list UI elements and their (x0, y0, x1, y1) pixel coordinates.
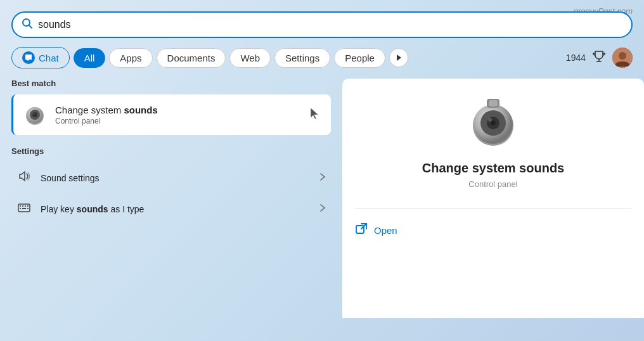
tab-web-label: Web (240, 53, 260, 63)
detail-icon (468, 98, 518, 151)
open-button[interactable]: Open (355, 215, 631, 246)
settings-section: Settings Sound settings (11, 146, 331, 224)
keyboard-icon (16, 201, 32, 217)
settings-section-title: Settings (11, 146, 331, 156)
tab-all[interactable]: All (74, 48, 106, 68)
sound-icon (16, 170, 32, 186)
sound-settings-item[interactable]: Sound settings (11, 162, 331, 193)
detail-divider (355, 208, 631, 209)
svg-point-24 (491, 120, 496, 125)
notification-count: 1944 (566, 53, 586, 63)
detail-subtitle: Control panel (468, 179, 517, 189)
speaker-icon (23, 103, 46, 126)
svg-rect-16 (27, 205, 29, 207)
best-match-title: Change system sounds (55, 105, 300, 115)
trophy-icon (592, 49, 606, 67)
more-tabs-button[interactable] (389, 48, 408, 67)
svg-rect-27 (489, 100, 498, 106)
tab-chat-label: Chat (39, 53, 59, 63)
chat-icon (22, 51, 35, 64)
svg-rect-14 (22, 205, 23, 207)
svg-rect-17 (20, 208, 21, 209)
svg-line-1 (29, 25, 32, 29)
best-match-section-title: Best match (11, 79, 331, 88)
tab-chat[interactable]: Chat (11, 47, 70, 68)
open-icon (355, 222, 368, 238)
play-key-sounds-item[interactable]: Play key sounds as I type (11, 193, 331, 224)
tab-web[interactable]: Web (229, 48, 271, 68)
search-container (0, 0, 644, 38)
tab-people-label: People (345, 53, 375, 63)
tab-settings-label: Settings (285, 53, 319, 63)
sound-settings-label: Sound settings (41, 173, 311, 183)
tabs-right: 1944 (566, 48, 633, 68)
play-key-sounds-label: Play key sounds as I type (41, 204, 311, 214)
svg-rect-18 (22, 208, 26, 209)
tab-documents[interactable]: Documents (157, 48, 226, 68)
svg-point-25 (488, 118, 492, 122)
tab-people[interactable]: People (334, 48, 385, 68)
tab-documents-label: Documents (167, 53, 216, 63)
best-match-text: Change system sounds Control panel (55, 105, 300, 125)
svg-rect-13 (20, 205, 21, 207)
left-panel: Best match (0, 79, 342, 318)
tab-all-label: All (84, 53, 95, 63)
tab-settings[interactable]: Settings (274, 48, 330, 68)
svg-point-6 (619, 52, 626, 60)
best-match-item[interactable]: Change system sounds Control panel (11, 94, 331, 135)
main-content: Best match (0, 79, 644, 318)
tab-apps-label: Apps (120, 53, 141, 63)
detail-panel: Change system sounds Control panel Open (342, 79, 644, 318)
search-bar (11, 11, 633, 38)
play-key-sounds-chevron (319, 203, 326, 214)
svg-rect-19 (27, 208, 29, 209)
avatar[interactable] (612, 48, 633, 68)
svg-rect-15 (25, 205, 26, 207)
tabs-row: Chat All Apps Documents Web Settings Peo… (0, 38, 644, 68)
search-input[interactable] (38, 19, 622, 30)
tab-apps[interactable]: Apps (109, 48, 152, 68)
svg-point-11 (33, 113, 35, 115)
detail-title: Change system sounds (422, 161, 565, 176)
search-icon (22, 18, 33, 32)
cursor-icon (309, 106, 321, 124)
svg-marker-2 (397, 55, 401, 61)
best-match-subtitle: Control panel (55, 117, 300, 125)
sound-settings-chevron (319, 172, 326, 183)
open-label: Open (374, 225, 397, 236)
